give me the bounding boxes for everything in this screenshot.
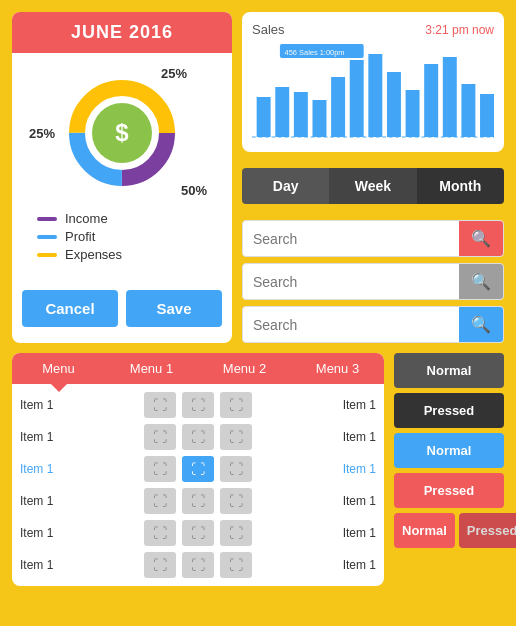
- search-input-2[interactable]: [243, 266, 459, 298]
- svg-rect-17: [480, 94, 494, 137]
- expenses-label: Expenses: [65, 247, 122, 262]
- image-icon: ⛶: [229, 429, 243, 445]
- profit-dot: [37, 235, 57, 239]
- image-placeholder: ⛶: [220, 424, 252, 450]
- svg-rect-13: [406, 90, 420, 137]
- month-title: JUNE 2016: [71, 22, 173, 42]
- pressed-button-3[interactable]: Pressed: [459, 513, 516, 548]
- donut-label-left: 25%: [29, 126, 55, 141]
- save-button[interactable]: Save: [126, 290, 222, 327]
- list-row: Item 1 ⛶ ⛶ ⛶ Item 1: [20, 549, 376, 581]
- image-placeholder: ⛶: [144, 488, 176, 514]
- svg-rect-11: [368, 54, 382, 137]
- list-label-right: Item 1: [258, 494, 376, 508]
- legend-expenses: Expenses: [37, 247, 207, 262]
- image-placeholder: ⛶: [220, 520, 252, 546]
- image-placeholder: ⛶: [220, 392, 252, 418]
- image-placeholder-blue: ⛶: [182, 456, 214, 482]
- tab-day[interactable]: Day: [242, 168, 329, 204]
- image-placeholder: ⛶: [220, 552, 252, 578]
- tab-week[interactable]: Week: [329, 168, 416, 204]
- tab-month[interactable]: Month: [417, 168, 504, 204]
- list-label: Item 1: [20, 494, 138, 508]
- image-placeholder: ⛶: [182, 520, 214, 546]
- image-icon: ⛶: [229, 525, 243, 541]
- image-placeholder: ⛶: [144, 520, 176, 546]
- search-group: 🔍 🔍 🔍: [242, 220, 504, 343]
- svg-rect-15: [443, 57, 457, 137]
- image-placeholder: ⛶: [220, 456, 252, 482]
- left-panel: JUNE 2016 $ 25% 25% 50%: [12, 12, 232, 343]
- svg-rect-5: [257, 97, 271, 137]
- search-button-3[interactable]: 🔍: [459, 307, 503, 342]
- search-button-1[interactable]: 🔍: [459, 221, 503, 256]
- normal-button-2[interactable]: Normal: [394, 433, 504, 468]
- image-icon: ⛶: [191, 557, 205, 573]
- menu-list-panel: Menu Menu 1 Menu 2 Menu 3 Item 1 ⛶ ⛶ ⛶ I…: [12, 353, 384, 586]
- list-row: Item 1 ⛶ ⛶ ⛶ Item 1: [20, 485, 376, 517]
- image-icon: ⛶: [153, 429, 167, 445]
- image-placeholder: ⛶: [182, 488, 214, 514]
- image-icon: ⛶: [191, 461, 205, 477]
- list-label: Item 1: [20, 398, 138, 412]
- svg-rect-14: [424, 64, 438, 137]
- search-row-1: 🔍: [242, 220, 504, 257]
- menu-item-3[interactable]: Menu 3: [291, 353, 384, 384]
- image-placeholder: ⛶: [182, 424, 214, 450]
- list-label-right: Item 1: [258, 398, 376, 412]
- list-row: Item 1 ⛶ ⛶ ⛶ Item 1: [20, 421, 376, 453]
- list-label-right: Item 1: [258, 462, 376, 476]
- list-row: Item 1 ⛶ ⛶ ⛶ Item 1: [20, 389, 376, 421]
- chart-area: $ 25% 25% 50% Income Profit Expenses: [12, 53, 232, 280]
- income-label: Income: [65, 211, 108, 226]
- normal-button-1[interactable]: Normal: [394, 353, 504, 388]
- tabs: Day Week Month: [242, 168, 504, 204]
- menu-item-2[interactable]: Menu 2: [198, 353, 291, 384]
- normal-button-3[interactable]: Normal: [394, 513, 455, 548]
- bottom-section: Menu Menu 1 Menu 2 Menu 3 Item 1 ⛶ ⛶ ⛶ I…: [12, 353, 504, 586]
- sales-panel: Sales 3:21 pm now 456 Sales 1:00pm: [242, 12, 504, 152]
- dollar-icon: $: [92, 103, 152, 163]
- image-icon: ⛶: [153, 397, 167, 413]
- pressed-button-1[interactable]: Pressed: [394, 393, 504, 428]
- image-icon: ⛶: [191, 525, 205, 541]
- list-label: Item 1: [20, 430, 138, 444]
- search-input-1[interactable]: [243, 223, 459, 255]
- menu-item-0[interactable]: Menu: [12, 353, 105, 384]
- image-icon: ⛶: [191, 493, 205, 509]
- image-icon: ⛶: [153, 557, 167, 573]
- search-row-2: 🔍: [242, 263, 504, 300]
- image-icon: ⛶: [229, 397, 243, 413]
- cancel-button[interactable]: Cancel: [22, 290, 118, 327]
- list-label-right: Item 1: [258, 526, 376, 540]
- image-placeholder: ⛶: [144, 456, 176, 482]
- image-placeholder: ⛶: [182, 392, 214, 418]
- donut-chart: $ 25% 25% 50%: [47, 68, 197, 198]
- donut-label-top: 25%: [161, 66, 187, 81]
- image-icon: ⛶: [229, 493, 243, 509]
- sales-title: Sales: [252, 22, 285, 37]
- search-input-3[interactable]: [243, 309, 459, 341]
- pressed-button-2[interactable]: Pressed: [394, 473, 504, 508]
- list-label: Item 1: [20, 462, 138, 476]
- search-button-2[interactable]: 🔍: [459, 264, 503, 299]
- list-label: Item 1: [20, 526, 138, 540]
- image-icon: ⛶: [153, 461, 167, 477]
- income-dot: [37, 217, 57, 221]
- list-label-right: Item 1: [258, 430, 376, 444]
- image-placeholder: ⛶: [220, 488, 252, 514]
- image-icon: ⛶: [191, 397, 205, 413]
- profit-label: Profit: [65, 229, 95, 244]
- split-button-row: Normal Pressed: [394, 513, 504, 548]
- list-label-right: Item 1: [258, 558, 376, 572]
- menu-bar: Menu Menu 1 Menu 2 Menu 3: [12, 353, 384, 384]
- svg-rect-8: [313, 100, 327, 137]
- image-placeholder: ⛶: [182, 552, 214, 578]
- legend-income: Income: [37, 211, 207, 226]
- menu-item-1[interactable]: Menu 1: [105, 353, 198, 384]
- image-placeholder: ⛶: [144, 424, 176, 450]
- image-icon: ⛶: [153, 525, 167, 541]
- image-icon: ⛶: [191, 429, 205, 445]
- image-placeholder: ⛶: [144, 552, 176, 578]
- list-row: Item 1 ⛶ ⛶ ⛶ Item 1: [20, 517, 376, 549]
